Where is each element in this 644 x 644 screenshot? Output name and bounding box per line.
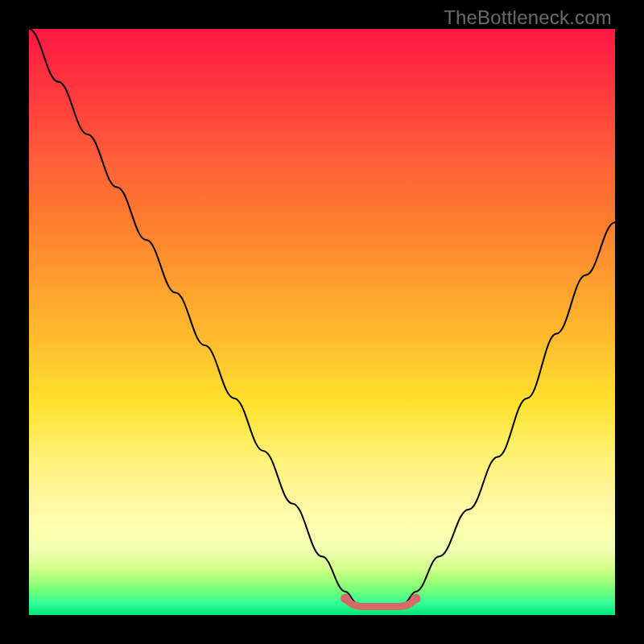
bottleneck-curve [29, 29, 615, 609]
flat-endpoint-left [341, 593, 350, 603]
flat-bottom-segment [345, 598, 415, 606]
flat-endpoint-right [411, 593, 420, 603]
plot-area [29, 29, 615, 615]
attribution-text: TheBottleneck.com [444, 6, 612, 29]
curve-layer [29, 29, 615, 615]
chart-frame: TheBottleneck.com [0, 0, 644, 644]
